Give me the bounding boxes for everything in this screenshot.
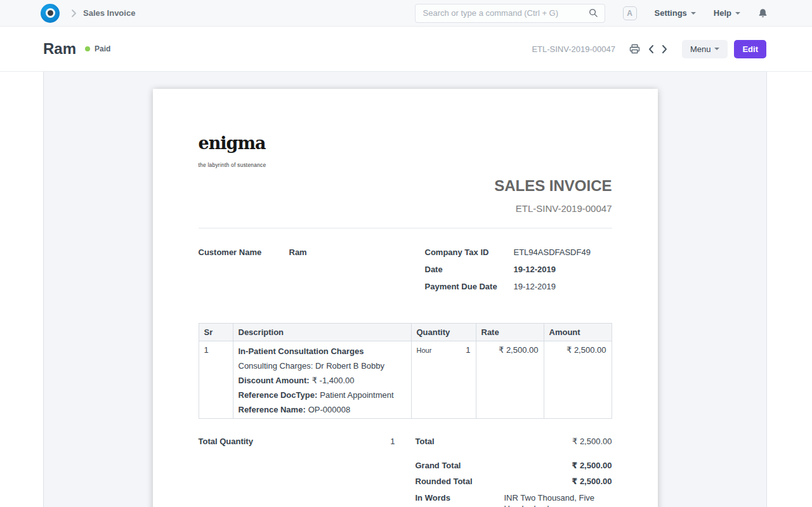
avatar[interactable]: A <box>623 6 637 20</box>
print-icon[interactable] <box>625 44 644 54</box>
invoice-paper: enigma the labyrinth of sustenance SALES… <box>153 89 658 507</box>
chevron-down-icon <box>735 12 740 15</box>
header-description: Description <box>233 324 411 341</box>
date-value: 19-12-2019 <box>514 265 556 274</box>
item-description: In-Patient Consultation Charges Consulti… <box>233 341 411 419</box>
item-title: In-Patient Consultation Charges <box>239 346 406 356</box>
customer-name-field: Customer Name Ram <box>199 247 405 257</box>
total-row: Total ₹ 2,500.00 <box>416 437 612 446</box>
company-tax-id-value: ETL94ASDFASDF49 <box>514 247 591 257</box>
help-menu[interactable]: Help <box>714 8 740 18</box>
payment-due-date-value: 19-12-2019 <box>514 282 556 291</box>
company-logo: enigma <box>199 133 612 153</box>
previous-document-icon[interactable] <box>644 44 658 54</box>
document-number: ETL-SINV-2019-00047 <box>532 44 615 54</box>
menu-button[interactable]: Menu <box>682 40 728 58</box>
header-amount: Amount <box>544 324 612 341</box>
total-quantity-row: Total Quantity 1 <box>199 437 395 507</box>
breadcrumb[interactable]: Sales Invoice <box>83 8 135 18</box>
settings-menu[interactable]: Settings <box>655 8 696 18</box>
company-tax-id-label: Company Tax ID <box>425 247 514 257</box>
item-ref-name: Reference Name:OP-000008 <box>239 405 406 414</box>
item-qty-value: 1 <box>466 345 470 355</box>
payment-due-date-label: Payment Due Date <box>425 282 514 291</box>
breadcrumb-chevron-icon <box>71 9 77 18</box>
header-rate: Rate <box>476 324 544 341</box>
invoice-details: Customer Name Ram Company Tax ID ETL94AS… <box>199 247 612 296</box>
grand-total-value: ₹ 2,500.00 <box>504 461 612 470</box>
header-sr: Sr <box>199 324 233 341</box>
payment-due-date-field: Payment Due Date 19-12-2019 <box>425 282 612 291</box>
status-label: Paid <box>95 44 110 53</box>
header-quantity: Quantity <box>411 324 476 341</box>
item-ref-doctype: Reference DocType:Patient Appointment <box>239 390 406 400</box>
rounded-total-row: Rounded Total ₹ 2,500.00 <box>416 477 612 486</box>
total-quantity-value: 1 <box>390 437 395 446</box>
totals-section: Total Quantity 1 Total ₹ 2,500.00 Grand … <box>199 437 612 507</box>
item-discount: Discount Amount:₹ -1,400.00 <box>239 376 406 385</box>
table-row: 1 In-Patient Consultation Charges Consul… <box>199 341 612 419</box>
letterhead: enigma the labyrinth of sustenance <box>199 133 612 168</box>
customer-name-value: Ram <box>289 247 307 257</box>
items-table: Sr Description Quantity Rate Amount 1 In… <box>199 323 612 419</box>
invoice-title-block: SALES INVOICE ETL-SINV-2019-00047 <box>199 177 612 214</box>
global-search[interactable] <box>415 4 605 23</box>
page-header: Ram Paid ETL-SINV-2019-00047 Menu Edit <box>0 27 812 72</box>
rounded-total-label: Rounded Total <box>416 477 504 486</box>
settings-label: Settings <box>655 8 687 18</box>
date-field: Date 19-12-2019 <box>425 265 612 274</box>
item-uom: Hour <box>417 346 432 354</box>
in-words-value: INR Two Thousand, Five Hundred only. <box>504 492 612 507</box>
customer-name-label: Customer Name <box>199 247 289 257</box>
grand-total-row: Grand Total ₹ 2,500.00 <box>416 461 612 470</box>
invoice-number: ETL-SINV-2019-00047 <box>199 203 612 214</box>
navbar: Sales Invoice A Settings Help <box>0 0 812 27</box>
next-document-icon[interactable] <box>658 44 672 54</box>
print-preview-area: enigma the labyrinth of sustenance SALES… <box>43 72 767 507</box>
item-amount: ₹ 2,500.00 <box>544 341 612 419</box>
total-label: Total <box>416 437 504 446</box>
item-subtitle: Consulting Charges: Dr Robert B Bobby <box>239 361 406 371</box>
search-icon <box>589 8 598 18</box>
item-quantity: Hour 1 <box>411 341 476 419</box>
rounded-total-value: ₹ 2,500.00 <box>504 477 612 486</box>
in-words-label: In Words <box>416 493 504 503</box>
item-rate: ₹ 2,500.00 <box>476 341 544 419</box>
date-label: Date <box>425 265 514 274</box>
grand-total-label: Grand Total <box>416 461 504 470</box>
total-quantity-label: Total Quantity <box>199 437 253 446</box>
total-value: ₹ 2,500.00 <box>504 437 612 446</box>
status-dot-icon <box>85 46 90 51</box>
page-title: Ram <box>43 40 76 58</box>
company-tax-id-field: Company Tax ID ETL94ASDFASDF49 <box>425 247 612 257</box>
invoice-title: SALES INVOICE <box>199 177 612 195</box>
help-label: Help <box>714 8 731 18</box>
items-table-header-row: Sr Description Quantity Rate Amount <box>199 324 612 341</box>
item-sr: 1 <box>199 341 233 419</box>
chevron-down-icon <box>691 12 696 15</box>
app-logo-icon[interactable] <box>41 4 60 23</box>
company-tagline: the labyrinth of sustenance <box>199 162 612 168</box>
divider <box>199 228 612 228</box>
edit-button[interactable]: Edit <box>734 40 766 58</box>
in-words-row: In Words INR Two Thousand, Five Hundred … <box>416 492 612 507</box>
menu-button-label: Menu <box>690 44 711 54</box>
search-input[interactable] <box>422 8 589 18</box>
chevron-down-icon <box>714 48 719 50</box>
status-badge: Paid <box>85 44 110 53</box>
notifications-bell-icon[interactable] <box>758 8 768 18</box>
